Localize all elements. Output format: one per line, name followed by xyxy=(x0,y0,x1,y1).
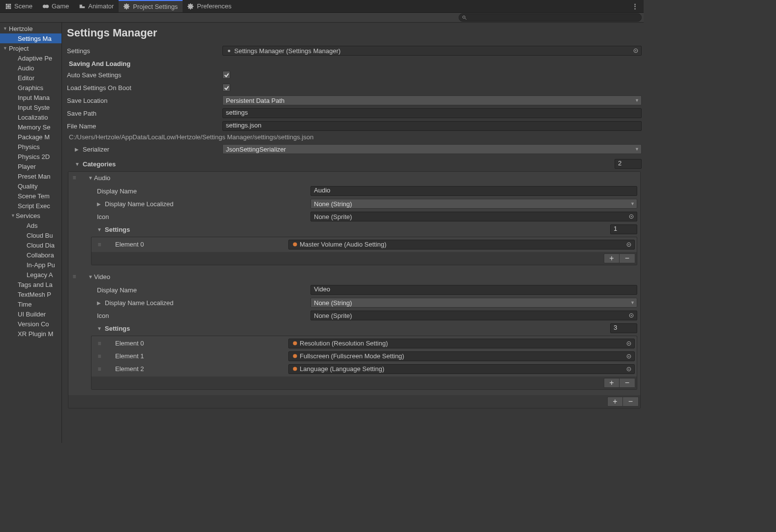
settings-count-input[interactable]: 3 xyxy=(610,323,637,333)
sidebar-item[interactable]: Physics xyxy=(0,142,62,152)
sidebar-item[interactable]: Player xyxy=(0,161,62,171)
tab-game[interactable]: Game xyxy=(37,0,74,12)
icon-field[interactable]: None (Sprite) xyxy=(310,311,637,320)
sidebar-item[interactable]: Localizatio xyxy=(0,112,62,122)
sidebar-item[interactable]: Editor xyxy=(0,73,62,83)
sidebar-item[interactable]: Memory Se xyxy=(0,122,62,132)
categories-count-input[interactable]: 2 xyxy=(615,159,642,169)
object-picker-icon[interactable] xyxy=(624,240,633,249)
sidebar-item[interactable]: Scene Tem xyxy=(0,191,62,201)
categories-label: ▼Categories xyxy=(67,160,222,168)
drag-handle-icon[interactable]: ≡ xyxy=(70,273,77,280)
display-name-input[interactable]: Video xyxy=(310,285,637,295)
sidebar-item[interactable]: TextMesh P xyxy=(0,289,62,299)
save-location-dropdown[interactable]: Persistent Data Path▼ xyxy=(222,95,642,105)
sidebar-item[interactable]: Package M xyxy=(0,132,62,142)
settings-object-field[interactable]: Settings Manager (Settings Manager) xyxy=(222,46,642,56)
video-settings-list: ≡Element 0Resolution (Resolution Setting… xyxy=(91,336,637,390)
object-picker-icon[interactable] xyxy=(624,365,633,374)
foldout-arrow-icon[interactable]: ▼ xyxy=(97,326,103,331)
element-field[interactable]: Resolution (Resolution Setting) xyxy=(288,339,635,348)
drag-handle-icon[interactable]: ≡ xyxy=(95,340,102,347)
display-name-input[interactable]: Audio xyxy=(310,186,637,196)
element-field[interactable]: Master Volume (Audio Setting) xyxy=(288,240,635,250)
add-button[interactable]: + xyxy=(607,397,623,407)
sidebar-item[interactable]: UI Builder xyxy=(0,309,62,319)
sidebar-item[interactable]: Tags and La xyxy=(0,280,62,289)
category-name: Audio xyxy=(94,174,110,182)
sidebar-item[interactable]: Input Mana xyxy=(0,93,62,102)
sidebar-item[interactable]: Time xyxy=(0,299,62,309)
sidebar-item[interactable]: Quality xyxy=(0,181,62,191)
category-video-header: ≡ ▼ Video xyxy=(68,271,640,282)
svg-point-22 xyxy=(293,354,297,358)
load-boot-checkbox[interactable] xyxy=(222,84,230,92)
sidebar-item[interactable]: XR Plugin M xyxy=(0,329,62,339)
tab-label: Scene xyxy=(14,2,32,10)
foldout-arrow-icon[interactable]: ▶ xyxy=(97,201,103,207)
sidebar-item[interactable]: Adaptive Pe xyxy=(0,53,62,63)
tab-scene[interactable]: Scene xyxy=(0,0,37,12)
sidebar-item[interactable]: Legacy A xyxy=(0,270,62,280)
display-name-localized-label: ▶Display Name Localized xyxy=(71,200,227,208)
object-picker-icon[interactable] xyxy=(627,311,636,320)
remove-button[interactable]: − xyxy=(620,378,635,388)
foldout-arrow-icon[interactable]: ▼ xyxy=(88,274,94,280)
serializer-dropdown[interactable]: JsonSettingSerializer▼ xyxy=(222,144,642,154)
drag-handle-icon[interactable]: ≡ xyxy=(70,174,77,181)
tab-preferences[interactable]: Preferences xyxy=(183,0,236,12)
sidebar-item-settings-manager[interactable]: Settings Ma xyxy=(0,33,62,43)
file-name-input[interactable]: settings.json xyxy=(222,121,642,131)
svg-point-19 xyxy=(293,341,297,345)
tab-overflow-button[interactable]: ⋮ xyxy=(627,2,644,10)
settings-count-input[interactable]: 1 xyxy=(610,224,637,234)
settings-label: Settings xyxy=(67,47,222,55)
drag-handle-icon[interactable]: ≡ xyxy=(95,241,102,248)
sidebar-item[interactable]: Graphics xyxy=(0,83,62,93)
sidebar-item-hertzole[interactable]: ▼Hertzole xyxy=(0,24,62,33)
sidebar-item-services[interactable]: ▼Services xyxy=(0,211,62,220)
object-picker-icon[interactable] xyxy=(627,212,636,221)
sidebar-item[interactable]: Script Exec xyxy=(0,201,62,211)
object-picker-icon[interactable] xyxy=(631,46,640,55)
add-button[interactable]: + xyxy=(604,253,620,263)
chevron-down-icon: ▼ xyxy=(635,98,639,103)
search-input[interactable] xyxy=(459,13,642,22)
sidebar-item[interactable]: Cloud Bu xyxy=(0,230,62,240)
object-picker-icon[interactable] xyxy=(624,339,633,348)
sidebar-item[interactable]: Preset Man xyxy=(0,171,62,181)
foldout-arrow-icon[interactable]: ▶ xyxy=(97,300,103,306)
foldout-arrow-icon[interactable]: ▼ xyxy=(88,175,94,181)
sidebar-item[interactable]: Version Co xyxy=(0,319,62,329)
foldout-arrow-icon[interactable]: ▼ xyxy=(75,161,81,167)
sidebar-item[interactable]: Input Syste xyxy=(0,102,62,112)
element-field[interactable]: Fullscreen (Fullscreen Mode Setting) xyxy=(288,351,635,361)
sidebar-item[interactable]: In-App Pu xyxy=(0,260,62,270)
add-button[interactable]: + xyxy=(604,378,620,388)
display-name-localized-dropdown[interactable]: None (String)▼ xyxy=(310,298,637,308)
tab-project-settings[interactable]: Project Settings xyxy=(119,0,183,12)
serializer-label: ▶Serializer xyxy=(67,146,222,153)
scene-icon xyxy=(5,3,12,10)
drag-handle-icon[interactable]: ≡ xyxy=(95,353,102,360)
object-picker-icon[interactable] xyxy=(624,352,633,361)
foldout-arrow-icon[interactable]: ▼ xyxy=(97,227,103,232)
icon-field[interactable]: None (Sprite) xyxy=(310,212,637,221)
sidebar-item[interactable]: Cloud Dia xyxy=(0,240,62,250)
remove-button[interactable]: − xyxy=(620,253,635,263)
remove-button[interactable]: − xyxy=(623,397,639,407)
display-name-localized-dropdown[interactable]: None (String)▼ xyxy=(310,199,637,209)
foldout-arrow-icon[interactable]: ▶ xyxy=(75,147,81,152)
sidebar-item-project[interactable]: ▼Project xyxy=(0,43,62,53)
sidebar-item[interactable]: Collabora xyxy=(0,250,62,260)
sidebar-item[interactable]: Ads xyxy=(0,220,62,230)
save-path-input[interactable]: settings xyxy=(222,108,642,118)
display-name-label: Display Name xyxy=(71,188,227,195)
tab-animator[interactable]: Animator xyxy=(74,0,119,12)
sidebar-item[interactable]: Audio xyxy=(0,63,62,73)
drag-handle-icon[interactable]: ≡ xyxy=(95,366,102,373)
element-field[interactable]: Language (Language Setting) xyxy=(288,364,635,374)
auto-save-checkbox[interactable] xyxy=(222,71,230,79)
svg-point-18 xyxy=(631,315,632,316)
sidebar-item[interactable]: Physics 2D xyxy=(0,152,62,161)
